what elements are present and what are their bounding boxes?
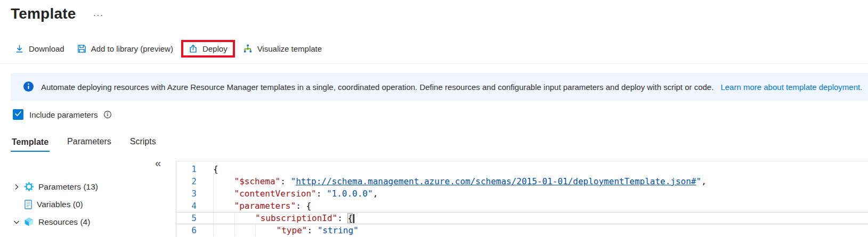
code-line-4[interactable]: 4 "parameters": { — [176, 200, 868, 212]
upload-icon — [189, 44, 198, 53]
code-token — [214, 213, 234, 223]
text-cursor-icon — [353, 214, 354, 223]
code-token: : — [317, 189, 327, 199]
code-lines: 1{2 "$schema": "http://schema.management… — [176, 163, 868, 236]
tab-template[interactable]: Template — [11, 134, 50, 152]
code-token: , — [373, 189, 378, 199]
hierarchy-icon — [243, 44, 253, 53]
code-token: "$schema" — [234, 176, 281, 186]
line-number: 6 — [176, 224, 197, 236]
tree-item-variables[interactable]: Variables (0) — [13, 195, 167, 213]
save-icon — [77, 44, 86, 53]
tree-item-label: Resources (4) — [38, 217, 90, 227]
code-token: : — [296, 201, 306, 211]
code-token: : — [280, 176, 290, 186]
page-header: Template ··· — [11, 0, 106, 28]
code-token — [214, 176, 234, 186]
line-content: "type": "string" — [197, 224, 359, 236]
code-token: " — [291, 176, 296, 186]
tree-item-label: Variables (0) — [37, 200, 83, 209]
line-content: "contentVersion": "1.0.0.0", — [197, 187, 378, 200]
code-token: "subscriptionId" — [255, 213, 337, 223]
info-icon — [23, 81, 34, 94]
chevron-down-icon[interactable] — [13, 219, 20, 225]
toolbar-divider — [0, 63, 868, 64]
code-line-2[interactable]: 2 "$schema": "http://schema.management.a… — [176, 175, 868, 187]
code-token — [214, 225, 234, 235]
info-outline-icon[interactable] — [103, 110, 112, 119]
line-content: "parameters": { — [197, 200, 311, 212]
toolbar-button-label: Download — [29, 44, 64, 53]
template-outline-tree: Parameters (13)Variables (0)Resources (4… — [13, 178, 167, 231]
code-token: http://schema.management.azure.com/schem… — [296, 176, 696, 186]
gear-icon — [24, 182, 34, 192]
code-token: { — [213, 164, 218, 174]
line-content: "$schema": "http://schema.management.azu… — [197, 175, 707, 187]
toolbar: DownloadAdd to library (preview)DeployVi… — [9, 35, 868, 62]
tab-bar: TemplateParametersScripts — [11, 130, 157, 152]
visualize-template-button[interactable]: Visualize template — [237, 40, 328, 58]
code-line-3[interactable]: 3 "contentVersion": "1.0.0.0", — [176, 187, 868, 200]
code-editor[interactable]: 1{2 "$schema": "http://schema.management… — [176, 161, 868, 237]
include-parameters-label: Include parameters — [29, 110, 98, 119]
code-token — [235, 225, 256, 235]
code-token: { — [306, 201, 311, 211]
tree-item-resources[interactable]: Resources (4) — [13, 213, 167, 231]
page-title: Template — [11, 5, 76, 22]
code-token — [214, 201, 234, 211]
code-line-6[interactable]: 6 "type": "string" — [176, 224, 868, 236]
toolbar-button-label: Add to library (preview) — [91, 44, 173, 53]
download-button[interactable]: Download — [9, 40, 71, 58]
include-parameters-row: Include parameters — [13, 108, 112, 121]
code-token: : — [307, 225, 317, 235]
code-token: "1.0.0.0" — [327, 189, 373, 199]
checkmark-icon — [13, 109, 23, 120]
tree-item-parameters[interactable]: Parameters (13) — [13, 178, 167, 195]
tab-parameters[interactable]: Parameters — [66, 134, 112, 152]
code-line-1[interactable]: 1{ — [176, 163, 868, 175]
line-content: { — [197, 163, 218, 175]
include-parameters-checkbox[interactable] — [13, 109, 23, 120]
add-to-library-button[interactable]: Add to library (preview) — [71, 40, 180, 58]
code-token — [235, 213, 256, 223]
tab-scripts[interactable]: Scripts — [129, 134, 157, 152]
info-banner: Automate deploying resources with Azure … — [11, 73, 868, 101]
code-token: "type" — [277, 225, 307, 235]
chevron-right-icon[interactable] — [13, 184, 20, 190]
code-token: "parameters" — [234, 201, 296, 211]
code-line-5[interactable]: 5 "subscriptionId": { — [176, 212, 868, 224]
code-token: , — [701, 176, 707, 186]
toolbar-button-label: Deploy — [202, 44, 228, 53]
more-options-button[interactable]: ··· — [91, 9, 106, 22]
code-token — [214, 189, 234, 199]
code-token: "string" — [318, 225, 359, 235]
document-icon — [24, 200, 33, 209]
tree-item-label: Parameters (13) — [38, 182, 98, 192]
toolbar-button-label: Visualize template — [257, 44, 322, 53]
line-number: 1 — [176, 163, 197, 175]
collapse-panel-button[interactable]: « — [155, 158, 161, 168]
banner-learn-more-link[interactable]: Learn more about template deployment. — [720, 83, 862, 92]
line-content: "subscriptionId": { — [197, 213, 354, 224]
code-token: " — [696, 176, 702, 186]
download-icon — [15, 44, 24, 53]
line-number: 5 — [176, 213, 197, 224]
code-token — [256, 225, 277, 235]
cube-icon — [24, 217, 34, 227]
banner-text: Automate deploying resources with Azure … — [41, 83, 713, 92]
code-token: { — [347, 213, 353, 223]
code-token: : — [337, 213, 347, 223]
line-number: 4 — [176, 200, 197, 212]
line-number: 3 — [176, 187, 197, 200]
line-number: 2 — [176, 175, 197, 187]
code-token: "contentVersion" — [234, 189, 317, 199]
deploy-button[interactable]: Deploy — [181, 40, 235, 58]
